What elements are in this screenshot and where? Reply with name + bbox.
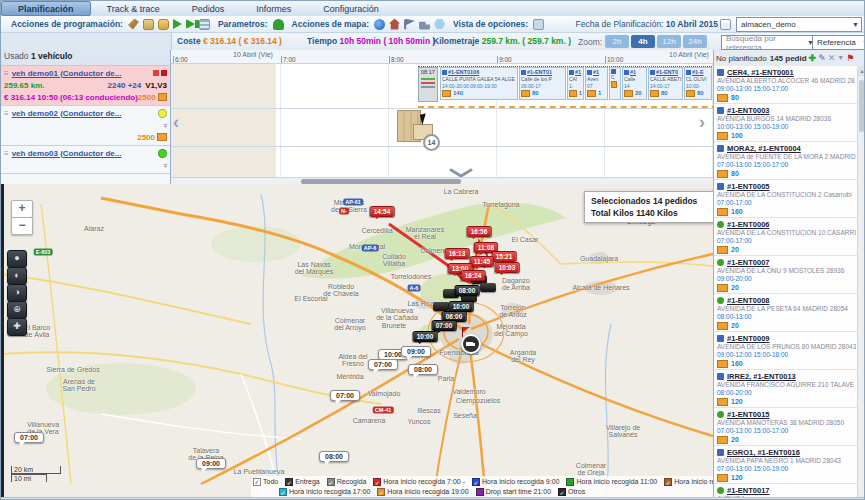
- legend-color-icon[interactable]: ✓: [664, 478, 672, 486]
- scroll-up-arrow[interactable]: ▲: [858, 66, 865, 76]
- order-refs[interactable]: #1-ENT0003: [727, 106, 770, 115]
- polygon-select-icon[interactable]: [434, 19, 445, 30]
- order-refs[interactable]: #1-ENT0009: [727, 334, 770, 343]
- route-stop-card[interactable]: #1-ENT0106CALLE PUNTA GALEA 54 ALGE14:00…: [440, 67, 518, 100]
- scrollbar-thumb[interactable]: [859, 80, 864, 132]
- legend-color-icon[interactable]: [566, 478, 574, 486]
- map-zoom-out-button[interactable]: −: [11, 217, 33, 235]
- route-stop-card[interactable]: #1-ENT0CALLE ABETI14:00-1780: [648, 67, 683, 100]
- drag-handle-icon[interactable]: ≡: [4, 69, 9, 78]
- tab-pedidos[interactable]: Pedidos: [176, 1, 241, 16]
- almacen-select[interactable]: almacen_demo ▼: [736, 17, 862, 32]
- order-refs[interactable]: #1-ENT0006: [727, 220, 770, 229]
- vehicle-row-2[interactable]: ≡veh demo02 (Conductor de...»2500: [1, 106, 170, 146]
- order-card[interactable]: #1-ENT0007AVENIDA DE LA ONU 9 MOSTOLES 2…: [714, 256, 859, 294]
- add-order-icon[interactable]: ✚: [809, 53, 817, 63]
- home-icon[interactable]: [389, 19, 400, 30]
- legend-item-otros[interactable]: ✓Otros: [558, 488, 585, 496]
- time-marker-black[interactable]: 10:00: [413, 331, 438, 342]
- drag-handle-icon[interactable]: ≡: [4, 109, 9, 118]
- legend-color-icon[interactable]: ✓: [377, 488, 385, 496]
- chevrons-down-icon[interactable]: »: [160, 163, 169, 167]
- legend-color-icon[interactable]: ✓: [285, 478, 293, 486]
- chevrons-down-icon[interactable]: »: [160, 123, 169, 127]
- legend-color-icon[interactable]: ✓: [558, 488, 566, 496]
- legend-item-drop-start-time-21-00[interactable]: Drop start time 21:00: [476, 488, 551, 496]
- legend-item-todo[interactable]: ✓Todo: [253, 478, 278, 486]
- legend-item-hora-inicio-recogida-7-00[interactable]: ✓Hora inicio recogida 7:00 -: [373, 478, 465, 486]
- time-marker-red[interactable]: 10:03: [495, 262, 520, 273]
- legend-item-hora-inicio-recogida-13-00[interactable]: ✓Hora inicio recogida 13:00: [664, 478, 713, 486]
- close-x-icon[interactable]: ✕: [828, 53, 836, 63]
- scroll-right-chevron[interactable]: ›: [699, 112, 705, 133]
- route-stop-card[interactable]: #1-ECL OLIVI10:00-80: [684, 67, 712, 100]
- calendar-icon[interactable]: [720, 19, 731, 30]
- zoom-12h-button[interactable]: 12h: [657, 35, 681, 48]
- referencia-select[interactable]: Referencia ▼: [812, 35, 865, 50]
- timeline-hscrollbar[interactable]: [171, 177, 713, 184]
- tab-track-trace[interactable]: Track & trace: [91, 1, 176, 16]
- map-layer-button-1[interactable]: ●: [7, 250, 27, 268]
- vehicle-link[interactable]: veh demo03 (Conductor de...: [12, 149, 122, 158]
- collapse-chevron-icon[interactable]: [449, 164, 473, 174]
- plan-table-icon[interactable]: [199, 19, 210, 30]
- parameters-icon[interactable]: [273, 19, 284, 30]
- sort-icon[interactable]: ▼: [837, 53, 844, 63]
- legend-item-hora-inicio-recogida-9-00[interactable]: ✓Hora inicio recogida 9:00: [472, 478, 559, 486]
- time-marker-red[interactable]: 15:21: [492, 251, 517, 262]
- order-refs[interactable]: #1-ENT0007: [727, 258, 770, 267]
- vehicle-row-3[interactable]: ≡veh demo03 (Conductor de...»: [1, 146, 170, 174]
- drag-handle-icon[interactable]: ≡: [4, 149, 9, 158]
- order-card[interactable]: CER4, #1-ENT0001AVENIDA ALBERTO ALCOCER …: [714, 66, 859, 104]
- map-canvas[interactable]: La CabreraMiraflores de la SierraTorrela…: [1, 184, 713, 500]
- globe-icon[interactable]: [374, 19, 385, 30]
- time-balloon-marker[interactable]: 08:00: [408, 364, 438, 375]
- orders-scrollbar[interactable]: ▲: [857, 66, 865, 500]
- drag-ghost-orders[interactable]: 14: [393, 108, 449, 154]
- map-zoom-in-button[interactable]: +: [11, 200, 33, 218]
- order-card[interactable]: #1-ENT0006AVENIDA DE LA CONSTITUCION 10 …: [714, 218, 859, 256]
- order-card[interactable]: IRRE2, #1-ENT0013AVENIDA FRANCISCO AGUIR…: [714, 370, 859, 408]
- time-balloon-marker[interactable]: 09:00: [401, 346, 431, 357]
- route-stop-card[interactable]: C: [609, 67, 621, 100]
- time-marker-red[interactable]: 14:54: [370, 206, 395, 217]
- order-refs[interactable]: MORA2, #1-ENT0004: [727, 144, 801, 153]
- time-marker-red[interactable]: 16:24: [461, 270, 486, 281]
- order-card[interactable]: #1-ENT0005AVENIDA DE LA CONSTITUCION 2 C…: [714, 180, 859, 218]
- search-reference-select[interactable]: Búsqueda por referencia ▼: [721, 35, 817, 50]
- map-layer-button-2[interactable]: ◐: [7, 267, 27, 285]
- order-card[interactable]: #1-ENT0008AVENIDA DE LA PESETA 64 MADRID…: [714, 294, 859, 332]
- truck-icon[interactable]: [419, 19, 430, 30]
- open-folder-icon[interactable]: [143, 19, 154, 30]
- legend-color-icon[interactable]: ✓: [279, 488, 287, 496]
- edit-pencil-icon[interactable]: ✎: [818, 53, 826, 63]
- order-card[interactable]: #1-ENT0015AVENIDA MANOTERAS 38 MADRID 28…: [714, 408, 859, 446]
- order-card[interactable]: #1-ENT0009AVENIDA DE LOS PRUNOS 80 MADRI…: [714, 332, 859, 370]
- map-layer-button-3[interactable]: ◑: [7, 284, 27, 302]
- map-layer-button-4[interactable]: ⊕: [7, 301, 27, 319]
- checkbox-icon[interactable]: ✓: [253, 478, 261, 486]
- scroll-left-chevron[interactable]: ‹: [173, 112, 179, 133]
- depot-marker[interactable]: [461, 334, 481, 354]
- stop-marker-dark[interactable]: [433, 302, 449, 311]
- vehicle-link[interactable]: veh demo01 (Conductor de...: [12, 69, 122, 78]
- time-balloon-marker[interactable]: 08:00: [319, 451, 349, 462]
- time-marker-black[interactable]: 07:00: [432, 320, 457, 331]
- legend-item-entrega[interactable]: ✓Entrega: [285, 478, 320, 486]
- legend-color-icon[interactable]: [476, 488, 484, 496]
- zoom-2h-button[interactable]: 2h: [605, 35, 629, 48]
- route-stop-card[interactable]: #1Aven071: [585, 67, 608, 100]
- legend-item-hora-inicio-recogida-19-00[interactable]: ✓Hora inicio recogida 19:00: [377, 488, 468, 496]
- vehicle-link[interactable]: veh demo02 (Conductor de...: [12, 109, 122, 118]
- order-refs[interactable]: EGRO1, #1-ENT0016: [727, 448, 800, 457]
- time-marker-black[interactable]: 08:00: [455, 285, 480, 296]
- order-card[interactable]: EGRO1, #1-ENT0016AVENIDA PAPA NEGRO 1 MA…: [714, 446, 859, 484]
- time-marker-red[interactable]: 16:13: [445, 248, 470, 259]
- route-stop-card[interactable]: #1CAl1-1: [567, 67, 584, 100]
- legend-color-icon[interactable]: ✓: [373, 478, 381, 486]
- tab-configuraci-n[interactable]: Configuración: [307, 1, 395, 16]
- legend-item-recogida[interactable]: ✓Recogida: [327, 478, 367, 486]
- order-refs[interactable]: #1-ENT0017: [727, 486, 770, 495]
- map-layer-button-5[interactable]: ✚: [7, 318, 27, 336]
- legend-color-icon[interactable]: ✓: [472, 478, 480, 486]
